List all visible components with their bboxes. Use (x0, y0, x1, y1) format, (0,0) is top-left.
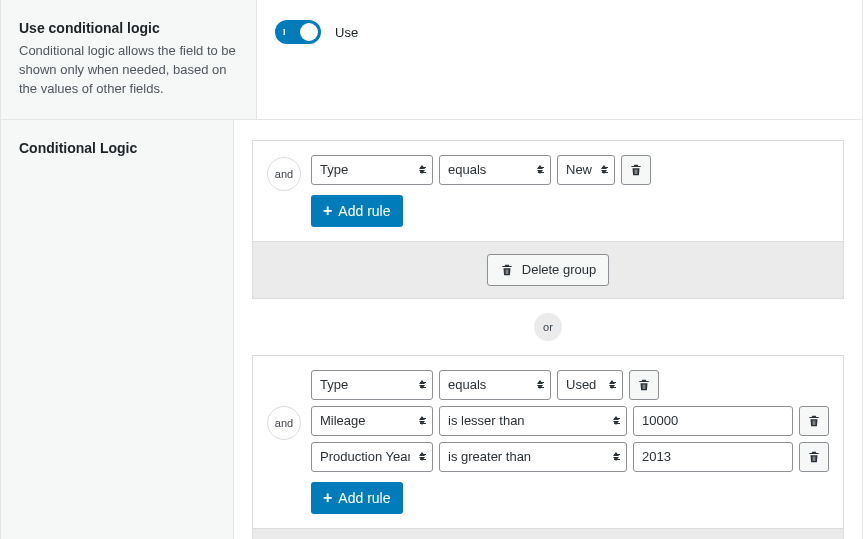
rule-operator-select[interactable]: is lesser than (439, 406, 627, 436)
trash-icon (500, 263, 514, 277)
trash-icon (629, 163, 643, 177)
use-conditional-logic-row: Use conditional logic Conditional logic … (1, 0, 862, 120)
add-rule-button[interactable]: + Add rule (311, 195, 403, 227)
section-title: Use conditional logic (19, 20, 238, 36)
rule-line: Type equals New (311, 155, 829, 185)
rule-field-select[interactable]: Type (311, 370, 433, 400)
rule-value-select[interactable]: New (557, 155, 615, 185)
trash-icon (637, 378, 651, 392)
plus-icon: + (323, 490, 332, 506)
rule-operator-select[interactable]: is greater than (439, 442, 627, 472)
rule-field-select[interactable]: Type (311, 155, 433, 185)
rule-field-select[interactable]: Mileage (311, 406, 433, 436)
rule-value-input[interactable] (633, 442, 793, 472)
delete-rule-button[interactable] (629, 370, 659, 400)
and-badge: and (267, 406, 301, 440)
toggle-knob (300, 23, 318, 41)
section-title: Conditional Logic (19, 140, 215, 156)
trash-icon (807, 450, 821, 464)
rule-line: Type equals Used (311, 370, 829, 400)
rule-group: and Type equals Used Mileage is lesser t… (252, 355, 844, 539)
rule-operator-select[interactable]: equals (439, 155, 551, 185)
rule-value-input[interactable] (633, 406, 793, 436)
add-rule-button[interactable]: + Add rule (311, 482, 403, 514)
delete-rule-button[interactable] (621, 155, 651, 185)
section-description: Conditional logic allows the field to be… (19, 42, 238, 99)
rule-group: and Type equals New + Add rule (252, 140, 844, 299)
rule-line: Mileage is lesser than (311, 406, 829, 436)
rule-line: Production Year is greater than (311, 442, 829, 472)
delete-group-button[interactable]: Delete group (487, 254, 609, 286)
rule-operator-select[interactable]: equals (439, 370, 551, 400)
use-conditional-toggle[interactable]: I (275, 20, 321, 44)
trash-icon (807, 414, 821, 428)
conditional-logic-row: Conditional Logic and Type equals New (1, 120, 862, 539)
or-badge: or (534, 313, 562, 341)
rule-value-select[interactable]: Used (557, 370, 623, 400)
plus-icon: + (323, 203, 332, 219)
delete-rule-button[interactable] (799, 442, 829, 472)
rule-field-select[interactable]: Production Year (311, 442, 433, 472)
delete-rule-button[interactable] (799, 406, 829, 436)
and-badge: and (267, 157, 301, 191)
toggle-label: Use (335, 25, 358, 40)
